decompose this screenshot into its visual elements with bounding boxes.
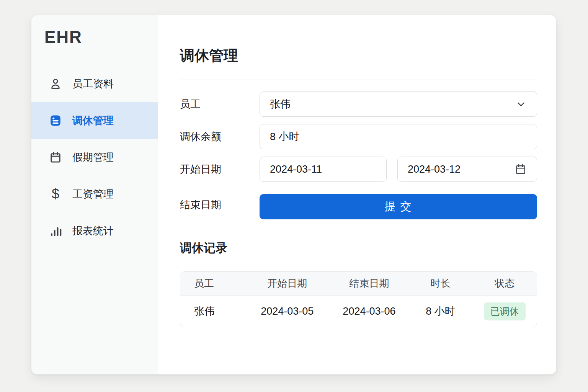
main-content: 调休管理 员工 张伟 调休余额	[158, 15, 556, 374]
note-icon	[49, 114, 62, 127]
app-logo: EHR	[31, 15, 158, 59]
employee-select[interactable]: 张伟	[260, 91, 537, 117]
balance-input[interactable]: 8 小时	[260, 124, 537, 149]
form-row-dates: 开始日期 2024-03-11 2024-03-12	[180, 157, 537, 182]
start-date-label: 开始日期	[180, 157, 260, 182]
user-icon	[49, 77, 62, 91]
start-date-input[interactable]: 2024-03-11	[260, 157, 387, 182]
balance-value: 8 小时	[270, 130, 299, 144]
sidebar-item-salary-management[interactable]: $ 工资管理	[31, 176, 158, 212]
sidebar-item-holiday-management[interactable]: 假期管理	[31, 139, 158, 176]
cell-end-date: 2024-03-06	[330, 305, 408, 317]
submit-button[interactable]: 提 交	[260, 194, 537, 219]
records-section-title: 调休记录	[180, 240, 537, 256]
calendar-icon	[49, 150, 62, 164]
column-header-employee: 员工	[180, 277, 245, 290]
calendar-icon	[514, 163, 527, 175]
form-row-submit: 结束日期 提 交	[180, 194, 537, 219]
employee-select-value: 张伟	[270, 97, 291, 111]
sidebar-item-label: 员工资料	[72, 77, 114, 91]
app-window: EHR 员工资料	[31, 15, 556, 374]
form-row-balance: 调休余额 8 小时	[180, 124, 537, 149]
column-header-duration: 时长	[408, 277, 473, 290]
sidebar-item-label: 假期管理	[72, 150, 114, 164]
page-title: 调休管理	[180, 15, 537, 65]
balance-label: 调休余额	[180, 124, 260, 149]
cell-employee: 张伟	[180, 304, 245, 318]
end-date-label: 结束日期	[180, 194, 260, 212]
records-table: 员工 开始日期 结束日期 时长 状态 张伟 2024-03-05 2024-03…	[180, 271, 537, 327]
cell-start-date: 2024-03-05	[245, 305, 330, 317]
column-header-start-date: 开始日期	[245, 277, 330, 290]
sidebar-item-timeoff-management[interactable]: 调休管理	[31, 102, 158, 139]
column-header-end-date: 结束日期	[330, 277, 408, 290]
cell-duration: 8 小时	[408, 304, 473, 318]
timeoff-form: 员工 张伟 调休余额 8 小时	[180, 91, 537, 219]
column-header-status: 状态	[472, 277, 537, 290]
sidebar-nav: 员工资料 调休管理	[31, 59, 158, 249]
employee-label: 员工	[180, 91, 260, 117]
cell-status: 已调休	[472, 302, 537, 320]
start-date-value: 2024-03-11	[270, 163, 322, 175]
sidebar-item-label: 调休管理	[72, 114, 114, 127]
sidebar-item-report-statistics[interactable]: 报表统计	[31, 212, 158, 249]
end-date-input[interactable]: 2024-03-12	[397, 157, 537, 182]
sidebar-item-label: 报表统计	[72, 224, 114, 238]
chevron-down-icon	[515, 98, 527, 110]
title-divider	[180, 80, 537, 80]
table-row: 张伟 2024-03-05 2024-03-06 8 小时 已调休	[180, 296, 537, 327]
form-row-employee: 员工 张伟	[180, 91, 537, 117]
status-badge: 已调休	[484, 302, 526, 320]
sidebar: EHR 员工资料	[31, 15, 158, 374]
end-date-value: 2024-03-12	[408, 163, 461, 175]
dollar-icon: $	[49, 187, 62, 201]
bar-chart-icon	[49, 224, 62, 238]
sidebar-item-employee-info[interactable]: 员工资料	[31, 65, 158, 102]
table-header-row: 员工 开始日期 结束日期 时长 状态	[180, 272, 537, 296]
sidebar-item-label: 工资管理	[72, 187, 114, 201]
